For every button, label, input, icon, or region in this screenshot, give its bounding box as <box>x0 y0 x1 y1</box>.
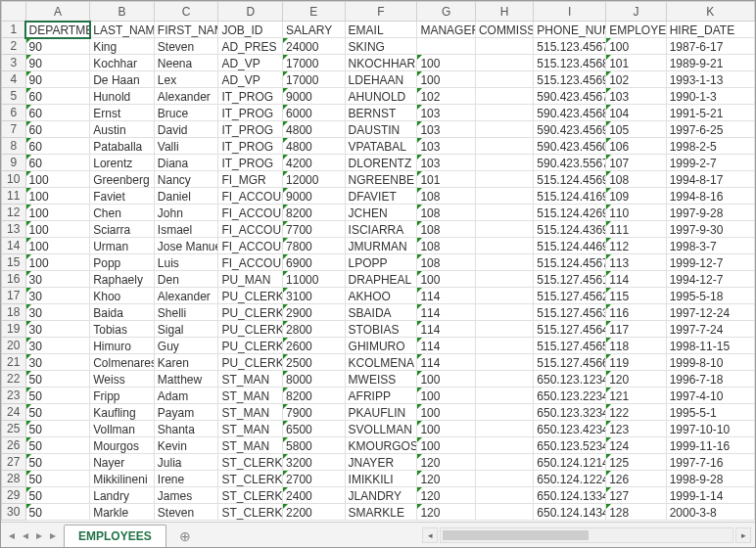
cell-F2[interactable]: SKING <box>345 38 417 55</box>
cell-J23[interactable]: 121 <box>606 388 667 404</box>
cell-F11[interactable]: DFAVIET <box>345 188 417 205</box>
cell-A18[interactable]: 30 <box>25 304 90 321</box>
tab-nav-first-icon[interactable]: ◂ <box>7 530 17 540</box>
cell-A15[interactable]: 100 <box>25 254 90 271</box>
cell-D30[interactable]: ST_CLERK <box>218 504 283 521</box>
cell-J21[interactable]: 119 <box>606 354 667 371</box>
cell-E27[interactable]: 3200 <box>283 454 346 471</box>
cell-J4[interactable]: 102 <box>606 71 667 88</box>
cell-K9[interactable]: 1999-2-7 <box>666 155 754 171</box>
cell-C12[interactable]: John <box>154 205 218 221</box>
cell-H6[interactable] <box>475 105 533 121</box>
cell-B22[interactable]: Weiss <box>90 371 155 388</box>
cell-D17[interactable]: PU_CLERK <box>218 288 283 304</box>
cell-D16[interactable]: PU_MAN <box>218 271 283 288</box>
spreadsheet-grid[interactable]: ABCDEFGHIJK1DEPARTMENT_IDLAST_NAMEFIRST_… <box>1 1 755 522</box>
cell-H5[interactable] <box>475 88 533 105</box>
cell-K11[interactable]: 1994-8-16 <box>666 188 754 205</box>
row-header-16[interactable]: 16 <box>2 271 26 288</box>
cell-C3[interactable]: Neena <box>154 55 218 71</box>
cell-F4[interactable]: LDEHAAN <box>345 71 417 88</box>
cell-C15[interactable]: Luis <box>154 254 218 271</box>
cell-J8[interactable]: 106 <box>606 138 667 155</box>
cell-C21[interactable]: Karen <box>154 354 218 371</box>
cell-F18[interactable]: SBAIDA <box>345 304 417 321</box>
cell-D7[interactable]: IT_PROG <box>218 121 283 138</box>
cell-A3[interactable]: 90 <box>25 55 90 71</box>
cell-F27[interactable]: JNAYER <box>345 454 417 471</box>
row-header-21[interactable]: 21 <box>2 354 26 371</box>
cell-K8[interactable]: 1998-2-5 <box>666 138 754 155</box>
cell-K7[interactable]: 1997-6-25 <box>666 121 754 138</box>
cell-E4[interactable]: 17000 <box>283 71 346 88</box>
cell-J27[interactable]: 125 <box>606 454 667 471</box>
cell-I3[interactable]: 515.123.4568 <box>534 55 606 71</box>
cell-A23[interactable]: 50 <box>25 388 90 404</box>
cell-C7[interactable]: David <box>154 121 218 138</box>
cell-B12[interactable]: Chen <box>90 205 155 221</box>
cell-K28[interactable]: 1998-9-28 <box>666 471 754 487</box>
cell-G13[interactable]: 108 <box>417 221 475 238</box>
cell-K4[interactable]: 1993-1-13 <box>666 71 754 88</box>
cell-I27[interactable]: 650.124.1214 <box>534 454 606 471</box>
cell-B29[interactable]: Landry <box>90 487 155 504</box>
cell-K24[interactable]: 1995-5-1 <box>666 404 754 421</box>
cell-B25[interactable]: Vollman <box>90 421 155 437</box>
cell-H30[interactable] <box>475 504 533 521</box>
cell-E14[interactable]: 7800 <box>283 238 346 254</box>
hscroll-thumb[interactable] <box>443 530 589 540</box>
cell-J3[interactable]: 101 <box>606 55 667 71</box>
cell-E25[interactable]: 6500 <box>283 421 346 437</box>
cell-I15[interactable]: 515.124.4567 <box>534 254 606 271</box>
cell-K5[interactable]: 1990-1-3 <box>666 88 754 105</box>
select-all-corner[interactable] <box>2 2 26 22</box>
row-header-19[interactable]: 19 <box>2 321 26 338</box>
cell-E18[interactable]: 2900 <box>283 304 346 321</box>
cell-H7[interactable] <box>475 121 533 138</box>
cell-F14[interactable]: JMURMAN <box>345 238 417 254</box>
cell-D18[interactable]: PU_CLERK <box>218 304 283 321</box>
cell-F12[interactable]: JCHEN <box>345 205 417 221</box>
row-header-12[interactable]: 12 <box>2 205 26 221</box>
cell-H3[interactable] <box>475 55 533 71</box>
cell-K30[interactable]: 2000-3-8 <box>666 504 754 521</box>
cell-G4[interactable]: 100 <box>417 71 475 88</box>
cell-H1[interactable]: COMMISSION_PCT <box>475 22 533 38</box>
row-header-29[interactable]: 29 <box>2 487 26 504</box>
row-header-6[interactable]: 6 <box>2 105 26 121</box>
cell-I7[interactable]: 590.423.4569 <box>534 121 606 138</box>
cell-G27[interactable]: 120 <box>417 454 475 471</box>
cell-B9[interactable]: Lorentz <box>90 155 155 171</box>
cell-E11[interactable]: 9000 <box>283 188 346 205</box>
cell-C16[interactable]: Den <box>154 271 218 288</box>
cell-E3[interactable]: 17000 <box>283 55 346 71</box>
cell-B24[interactable]: Kaufling <box>90 404 155 421</box>
row-header-2[interactable]: 2 <box>2 38 26 55</box>
cell-B13[interactable]: Sciarra <box>90 221 155 238</box>
cell-J20[interactable]: 118 <box>606 338 667 354</box>
cell-E22[interactable]: 8000 <box>283 371 346 388</box>
cell-F13[interactable]: ISCIARRA <box>345 221 417 238</box>
cell-D25[interactable]: ST_MAN <box>218 421 283 437</box>
tab-nav-prev-icon[interactable]: ◂ <box>21 530 30 540</box>
cell-H14[interactable] <box>475 238 533 254</box>
cell-B1[interactable]: LAST_NAME <box>90 22 155 38</box>
column-header-K[interactable]: K <box>666 2 754 22</box>
cell-A13[interactable]: 100 <box>25 221 90 238</box>
cell-F10[interactable]: NGREENBE <box>345 171 417 188</box>
cell-B26[interactable]: Mourgos <box>90 437 155 454</box>
cell-A17[interactable]: 30 <box>25 288 90 304</box>
cell-H11[interactable] <box>475 188 533 205</box>
cell-E7[interactable]: 4800 <box>283 121 346 138</box>
cell-D26[interactable]: ST_MAN <box>218 437 283 454</box>
row-header-20[interactable]: 20 <box>2 338 26 354</box>
cell-F17[interactable]: AKHOO <box>345 288 417 304</box>
cell-I29[interactable]: 650.124.1334 <box>534 487 606 504</box>
cell-I19[interactable]: 515.127.4564 <box>534 321 606 338</box>
cell-K25[interactable]: 1997-10-10 <box>666 421 754 437</box>
cell-G30[interactable]: 120 <box>417 504 475 521</box>
cell-A30[interactable]: 50 <box>25 504 90 521</box>
row-header-8[interactable]: 8 <box>2 138 26 155</box>
cell-B3[interactable]: Kochhar <box>90 55 155 71</box>
cell-B14[interactable]: Urman <box>90 238 155 254</box>
